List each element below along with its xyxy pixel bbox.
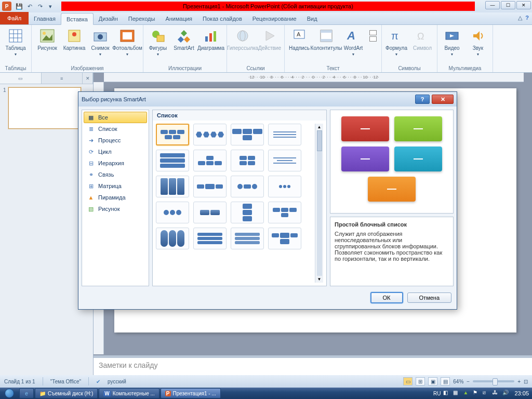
screenshot-button[interactable]: Снимок▼	[89, 26, 112, 58]
zoom-out-button[interactable]: −	[467, 379, 470, 384]
save-icon[interactable]: 💾	[15, 2, 24, 11]
qat-menu-icon[interactable]: ▾	[46, 2, 55, 11]
redo-icon[interactable]: ↷	[35, 2, 45, 11]
ie-pinned[interactable]: e	[19, 388, 34, 398]
slideshow-view-button[interactable]: ▤	[441, 377, 450, 385]
taskbar-item[interactable]: PПрезентация1 - ...	[161, 388, 221, 398]
equation-button[interactable]: πФормула▼	[385, 26, 408, 58]
layout-thumb[interactable]	[231, 228, 264, 249]
tray-network-icon[interactable]: 🖧	[493, 390, 500, 397]
dialog-help-button[interactable]: ?	[415, 95, 430, 104]
start-button[interactable]	[0, 388, 19, 399]
category-list-item[interactable]: ≣Список	[84, 123, 147, 135]
video-button[interactable]: Видео▼	[441, 26, 463, 58]
layout-thumb[interactable]	[231, 176, 264, 197]
cancel-button[interactable]: Отмена	[407, 292, 451, 303]
scroll-down-icon[interactable]: ▼	[317, 277, 322, 282]
table-button[interactable]: Таблица▼	[3, 26, 28, 58]
layout-thumb[interactable]	[268, 124, 301, 145]
fit-window-button[interactable]: ⊡	[524, 379, 528, 384]
tray-icon[interactable]: ▦	[453, 390, 460, 397]
file-tab[interactable]: Файл	[0, 12, 29, 24]
slide-thumbnail[interactable]	[8, 87, 81, 129]
slides-tab[interactable]: ▭	[0, 73, 42, 84]
wordart-button[interactable]: AWordArt▼	[342, 26, 365, 58]
layout-thumb[interactable]	[268, 176, 301, 197]
category-hierarchy[interactable]: ⊟Иерархия	[84, 157, 147, 169]
headerfooter-button[interactable]: Колонтитулы	[314, 26, 339, 52]
zoom-slider[interactable]	[473, 380, 514, 382]
normal-view-button[interactable]: ▭	[403, 377, 413, 385]
sorter-view-button[interactable]: ⊞	[416, 377, 425, 385]
tab-slideshow[interactable]: Показ слайдов	[197, 12, 247, 24]
textbox-button[interactable]: AНадпись	[288, 26, 311, 52]
undo-icon[interactable]: ↶	[25, 2, 34, 11]
taskbar-item[interactable]: 📁Съемный диск (H:)	[35, 388, 98, 398]
tab-home[interactable]: Главная	[29, 12, 61, 24]
layout-thumb[interactable]	[193, 176, 227, 197]
layout-thumb[interactable]	[156, 150, 189, 171]
spellcheck-icon[interactable]: ✔	[96, 379, 100, 384]
category-cycle[interactable]: ⟳Цикл	[84, 146, 147, 157]
tab-insert[interactable]: Вставка	[61, 13, 94, 25]
tray-lang[interactable]: RU	[433, 391, 441, 396]
layout-thumb[interactable]	[156, 228, 189, 249]
zoom-level[interactable]: 64%	[453, 379, 463, 384]
layout-thumb[interactable]	[193, 150, 227, 171]
layout-thumb[interactable]	[231, 150, 264, 171]
tab-transitions[interactable]: Переходы	[123, 12, 161, 24]
layout-thumb[interactable]	[156, 202, 189, 223]
layout-thumb[interactable]	[193, 228, 227, 249]
layout-thumb[interactable]	[156, 124, 189, 145]
tray-clock[interactable]: 23:05	[514, 390, 529, 396]
layout-thumb[interactable]	[231, 202, 264, 223]
layout-thumb[interactable]	[156, 176, 189, 197]
tray-icon[interactable]: ⚑	[473, 390, 480, 397]
reading-view-button[interactable]: ▣	[428, 377, 437, 385]
status-language[interactable]: русский	[108, 379, 126, 384]
clipart-button[interactable]: Картинка	[63, 26, 86, 52]
tray-icon[interactable]: ▲	[463, 390, 470, 397]
tray-icon[interactable]: ⎚	[483, 390, 490, 397]
category-matrix[interactable]: ⊞Матрица	[84, 180, 147, 192]
photoalbum-button[interactable]: Фотоальбом▼	[115, 26, 140, 58]
help-icon[interactable]: ?	[525, 15, 529, 21]
layout-thumb[interactable]	[193, 124, 227, 145]
taskbar-item[interactable]: WКомпьютерные ...	[99, 388, 159, 398]
layout-thumb[interactable]	[231, 124, 264, 145]
panel-close[interactable]: ✕	[83, 73, 93, 84]
outline-tab[interactable]: ≡	[42, 73, 83, 84]
maximize-button[interactable]: ☐	[501, 1, 515, 9]
dialog-titlebar[interactable]: Выбор рисунка SmartArt ? ✕	[78, 92, 457, 107]
layout-thumb[interactable]	[268, 202, 301, 223]
chart-button[interactable]: Диаграмма	[198, 26, 223, 52]
category-picture[interactable]: ▧Рисунок	[84, 203, 147, 215]
category-pyramid[interactable]: ▲Пирамида	[84, 192, 147, 203]
layout-thumb[interactable]	[193, 202, 227, 223]
shapes-button[interactable]: Фигуры▼	[147, 26, 169, 58]
picture-button[interactable]: Рисунок	[35, 26, 60, 52]
smartart-button[interactable]: SmartArt	[172, 26, 195, 52]
notes-area[interactable]: Заметки к слайду	[94, 355, 532, 375]
dialog-close-button[interactable]: ✕	[432, 95, 454, 104]
category-relationship[interactable]: ⚭Связь	[84, 169, 147, 180]
tab-view[interactable]: Вид	[302, 12, 323, 24]
audio-button[interactable]: Звук▼	[467, 26, 489, 58]
text-more-button[interactable]	[368, 26, 378, 46]
layout-thumb[interactable]	[268, 228, 301, 249]
ribbon-minimize-icon[interactable]: △	[518, 15, 522, 21]
grid-scrollbar[interactable]: ▲ ▼	[315, 124, 323, 283]
scroll-up-icon[interactable]: ▲	[317, 125, 322, 129]
tab-animation[interactable]: Анимация	[160, 12, 197, 24]
tab-review[interactable]: Рецензирование	[247, 12, 302, 24]
close-button[interactable]: ✕	[516, 1, 531, 9]
category-process[interactable]: ➜Процесс	[84, 135, 147, 146]
tab-design[interactable]: Дизайн	[94, 12, 123, 24]
tray-volume-icon[interactable]: 🔊	[502, 390, 510, 397]
layout-thumb[interactable]	[268, 150, 301, 171]
minimize-button[interactable]: —	[485, 1, 500, 9]
ok-button[interactable]: ОК	[370, 292, 403, 303]
tray-icon[interactable]: ◧	[443, 390, 450, 397]
category-all[interactable]: ▦Все	[84, 112, 147, 123]
zoom-in-button[interactable]: +	[517, 379, 521, 384]
